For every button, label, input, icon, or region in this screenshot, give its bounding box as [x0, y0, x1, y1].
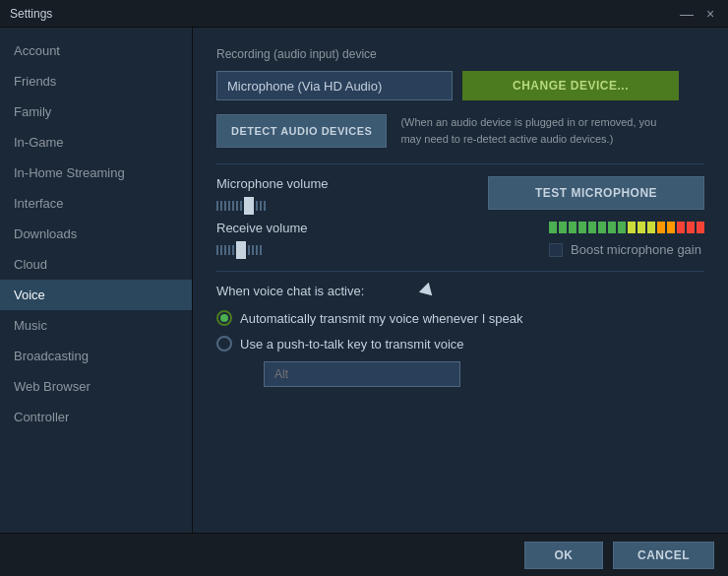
bottom-bar: OK CANCEL: [0, 533, 728, 576]
titlebar-controls: — ×: [679, 6, 718, 22]
sidebar-item-interface[interactable]: Interface: [0, 188, 192, 219]
radio-auto-inner: [220, 314, 228, 322]
ptt-key-input[interactable]: [264, 361, 460, 387]
volume-meter: [549, 221, 704, 234]
change-device-button[interactable]: CHANGE DEVICE...: [462, 71, 679, 100]
detect-row: DETECT AUDIO DEVICES (When an audio devi…: [216, 114, 704, 148]
divider-1: [216, 163, 704, 164]
sidebar-item-downloads[interactable]: Downloads: [0, 219, 192, 249]
boost-label: Boost microphone gain: [571, 242, 701, 257]
detect-note: (When an audio device is plugged in or r…: [400, 114, 666, 147]
close-btn[interactable]: ×: [702, 6, 718, 22]
detect-audio-button[interactable]: DETECT AUDIO DEVICES: [216, 114, 387, 148]
divider-2: [216, 271, 704, 272]
receive-volume-label: Receive volume: [216, 221, 535, 235]
radio-ptt-row: Use a push-to-talk key to transmit voice: [216, 336, 704, 352]
device-row: CHANGE DEVICE...: [216, 71, 704, 100]
radio-auto-row: Automatically transmit my voice whenever…: [216, 310, 704, 326]
sidebar-item-family[interactable]: Family: [0, 96, 192, 127]
radio-auto-label: Automatically transmit my voice whenever…: [240, 311, 523, 326]
sidebar-item-account[interactable]: Account: [0, 35, 192, 66]
sidebar-item-friends[interactable]: Friends: [0, 66, 192, 96]
titlebar: Settings — ×: [0, 0, 728, 28]
sidebar-item-webbrowser[interactable]: Web Browser: [0, 371, 192, 402]
receive-volume-section: Receive volume: [216, 221, 704, 259]
mic-volume-slider[interactable]: [216, 197, 474, 215]
voice-active-label: When voice chat is active:: [216, 284, 704, 298]
receive-volume-slider-section: Receive volume: [216, 221, 535, 259]
sidebar-item-controller[interactable]: Controller: [0, 402, 192, 432]
sidebar-item-ingame[interactable]: In-Game: [0, 127, 192, 158]
mic-volume-label: Microphone volume: [216, 176, 474, 191]
radio-ptt-btn[interactable]: [216, 336, 232, 352]
receive-volume-slider[interactable]: [216, 241, 535, 259]
meter-boost-section: Boost microphone gain: [549, 221, 704, 257]
boost-checkbox[interactable]: [549, 243, 563, 257]
recording-label: Recording (audio input) device: [216, 47, 704, 61]
main-layout: Account Friends Family In-Game In-Home S…: [0, 28, 728, 576]
test-section: TEST MICROPHONE: [488, 176, 704, 210]
titlebar-title: Settings: [10, 7, 52, 21]
sidebar-item-music[interactable]: Music: [0, 310, 192, 341]
boost-row: Boost microphone gain: [549, 242, 704, 257]
sidebar-item-cloud[interactable]: Cloud: [0, 249, 192, 280]
test-microphone-button[interactable]: TEST MICROPHONE: [488, 176, 704, 210]
cancel-button[interactable]: CANCEL: [613, 542, 714, 569]
microphone-volume-section: Microphone volume: [216, 176, 474, 215]
minimize-btn[interactable]: —: [679, 6, 695, 22]
ok-button[interactable]: OK: [524, 542, 603, 569]
device-input[interactable]: [216, 71, 453, 100]
ptt-key-row: [240, 361, 704, 387]
sidebar-item-inhomestreaming[interactable]: In-Home Streaming: [0, 158, 192, 188]
radio-auto-btn[interactable]: [216, 310, 232, 326]
sidebar: Account Friends Family In-Game In-Home S…: [0, 28, 193, 576]
radio-ptt-label: Use a push-to-talk key to transmit voice: [240, 337, 464, 352]
sidebar-item-broadcasting[interactable]: Broadcasting: [0, 341, 192, 371]
content-area: Recording (audio input) device CHANGE DE…: [193, 28, 728, 576]
sidebar-item-voice[interactable]: Voice: [0, 280, 192, 310]
